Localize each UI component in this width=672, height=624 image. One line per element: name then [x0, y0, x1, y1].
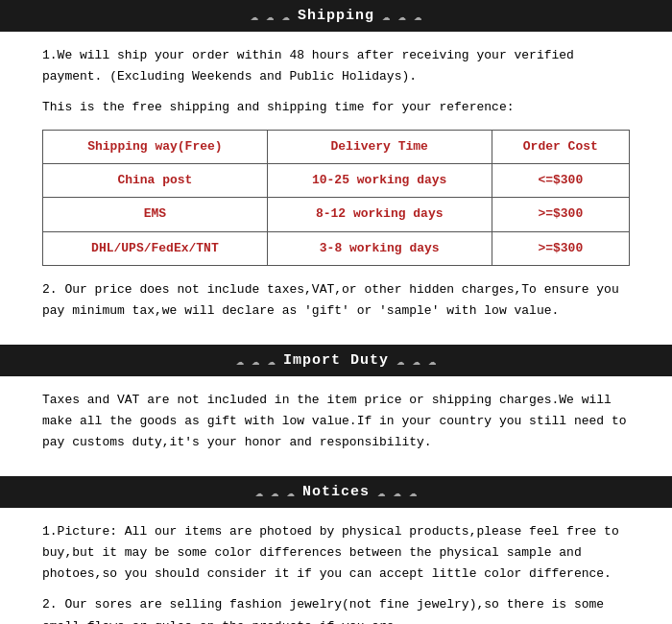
- cloud-icon-17: ☁: [393, 484, 400, 500]
- table-header-row: Shipping way(Free) Delivery Time Order C…: [43, 131, 630, 164]
- shipping-header: ☁ ☁ ☁ Shipping ☁ ☁ ☁: [0, 0, 672, 32]
- cloud-icon-5: ☁: [397, 8, 405, 24]
- cloud-icon-1: ☁: [251, 8, 258, 24]
- cloud-icon-2: ☁: [266, 8, 274, 24]
- shipping-para3: 2. Our price does not include taxes,VAT,…: [42, 279, 630, 322]
- table-header-cost: Order Cost: [492, 131, 629, 164]
- table-cell: China post: [43, 164, 268, 198]
- cloud-icon-8: ☁: [252, 352, 259, 369]
- notices-content: 1.Picture: All our items are photoed by …: [0, 508, 672, 624]
- cloud-icon-14: ☁: [271, 484, 278, 500]
- notices-para2-text: 2. Our sores are selling fashion jewelry…: [42, 597, 604, 624]
- table-row: DHL/UPS/FedEx/TNT3-8 working days>=$300: [43, 231, 630, 265]
- notices-header: ☁ ☁ ☁ Notices ☁ ☁ ☁: [0, 476, 672, 508]
- notices-para2: 2. Our sores are selling fashion jewelry…: [42, 594, 630, 624]
- table-cell: <=$300: [492, 164, 629, 198]
- shipping-content: 1.We will ship your order within 48 hour…: [0, 32, 672, 345]
- cloud-icon-4: ☁: [382, 8, 390, 24]
- cloud-icon-16: ☁: [377, 484, 385, 500]
- import-duty-header: ☁ ☁ ☁ Import Duty ☁ ☁ ☁: [0, 345, 672, 376]
- cloud-icon-7: ☁: [236, 352, 244, 369]
- cloud-icon-18: ☁: [409, 484, 417, 500]
- shipping-table: Shipping way(Free) Delivery Time Order C…: [42, 130, 630, 265]
- table-cell: 10-25 working days: [267, 164, 492, 198]
- table-cell: >=$300: [492, 231, 629, 265]
- table-cell: EMS: [43, 198, 268, 231]
- cloud-icon-13: ☁: [255, 484, 263, 500]
- cloud-icon-9: ☁: [268, 352, 276, 369]
- cloud-icon-11: ☁: [412, 352, 420, 369]
- table-cell: 8-12 working days: [267, 198, 492, 231]
- table-header-way: Shipping way(Free): [43, 131, 268, 164]
- import-duty-title: Import Duty: [283, 352, 389, 369]
- cloud-icon-6: ☁: [414, 8, 421, 24]
- table-cell: 3-8 working days: [267, 231, 492, 265]
- cloud-icon-3: ☁: [282, 8, 290, 24]
- table-header-delivery: Delivery Time: [267, 131, 492, 164]
- notices-para1: 1.Picture: All our items are photoed by …: [42, 521, 630, 585]
- shipping-title: Shipping: [298, 8, 374, 24]
- cloud-icon-15: ☁: [287, 484, 295, 500]
- shipping-para1: 1.We will ship your order within 48 hour…: [42, 45, 630, 87]
- table-cell: DHL/UPS/FedEx/TNT: [43, 231, 268, 265]
- table-row: EMS8-12 working days>=$300: [43, 198, 630, 231]
- table-row: China post10-25 working days<=$300: [43, 164, 630, 198]
- shipping-para2: This is the free shipping and shipping t…: [42, 97, 630, 118]
- cloud-icon-12: ☁: [428, 352, 436, 369]
- cloud-icon-10: ☁: [396, 352, 404, 369]
- import-duty-content: Taxes and VAT are not included in the it…: [0, 376, 672, 476]
- notices-title: Notices: [302, 484, 370, 500]
- table-cell: >=$300: [492, 198, 629, 231]
- import-duty-para1: Taxes and VAT are not included in the it…: [42, 390, 630, 453]
